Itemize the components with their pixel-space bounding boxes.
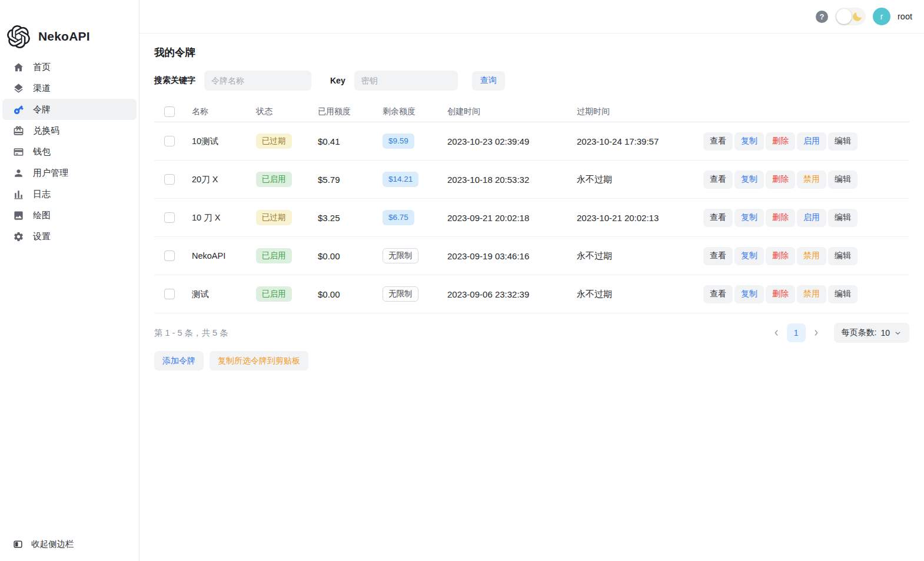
bar-chart-icon (13, 189, 24, 200)
row-checkbox[interactable] (164, 289, 175, 299)
app-title: NekoAPI (38, 29, 90, 44)
brand[interactable]: NekoAPI (0, 0, 139, 56)
next-page-button[interactable] (810, 327, 822, 339)
view-button[interactable]: 查看 (703, 247, 733, 265)
openai-logo-icon (7, 25, 30, 48)
column-header-remain: 剩余额度 (383, 106, 447, 117)
gear-icon (13, 231, 24, 242)
layers-icon (13, 83, 24, 94)
main-area: ? r root 我的令牌 搜索关键字 Key 查询 (139, 0, 924, 561)
sidebar-item-label: 绘图 (33, 210, 51, 221)
key-input[interactable] (354, 71, 458, 91)
delete-button[interactable]: 删除 (766, 285, 795, 303)
expire-time: 永不过期 (577, 174, 703, 185)
row-checkbox[interactable] (164, 251, 175, 261)
help-button[interactable]: ? (816, 11, 828, 23)
table-header: 名称 状态 已用额度 剩余额度 创建时间 过期时间 (154, 102, 909, 122)
table-row: 10 刀 X 已过期 $3.25 $6.75 2023-09-21 20:02:… (154, 199, 909, 237)
toggle-status-button[interactable]: 启用 (797, 132, 826, 151)
edit-button[interactable]: 编辑 (828, 132, 857, 151)
copy-button[interactable]: 复制 (734, 247, 764, 265)
sidebar-item-label: 兑换码 (33, 125, 59, 136)
table-row: NekoAPI 已启用 $0.00 无限制 2023-09-19 03:46:1… (154, 237, 909, 275)
expire-time: 永不过期 (577, 289, 703, 300)
toggle-status-button[interactable]: 禁用 (797, 285, 826, 303)
page-size-select[interactable]: 每页条数: 10 (834, 323, 909, 343)
created-time: 2023-09-19 03:46:16 (447, 251, 577, 261)
table-row: 测试 已启用 $0.00 无限制 2023-09-06 23:32:39 永不过… (154, 275, 909, 313)
prev-page-button[interactable] (770, 327, 782, 339)
theme-toggle[interactable] (835, 8, 866, 25)
token-name: NekoAPI (192, 251, 256, 261)
page-size-label: 每页条数: (842, 328, 877, 338)
copy-button[interactable]: 复制 (734, 171, 764, 189)
row-checkbox[interactable] (164, 212, 175, 223)
sidebar-item-label: 令牌 (33, 104, 51, 115)
edit-button[interactable]: 编辑 (828, 209, 857, 227)
sidebar-item-users[interactable]: 用户管理 (2, 162, 137, 183)
sidebar-item-home[interactable]: 首页 (2, 56, 137, 78)
key-label: Key (330, 76, 345, 85)
delete-button[interactable]: 删除 (766, 132, 795, 151)
created-time: 2023-10-18 20:53:32 (447, 175, 577, 185)
key-icon (11, 102, 26, 118)
edit-button[interactable]: 编辑 (828, 247, 857, 265)
used-quota: $3.25 (318, 213, 383, 223)
created-time: 2023-09-06 23:32:39 (447, 289, 577, 299)
view-button[interactable]: 查看 (703, 209, 733, 227)
collapse-sidebar-button[interactable]: 收起侧边栏 (0, 534, 139, 554)
avatar[interactable]: r (873, 8, 890, 25)
table-row: 10测试 已过期 $0.41 $9.59 2023-10-23 02:39:49… (154, 122, 909, 161)
app-root: NekoAPI 首页 渠道 令牌 兑换码 钱包 (0, 0, 924, 561)
sidebar-item-label: 渠道 (33, 83, 51, 94)
chevron-down-icon (894, 329, 902, 337)
row-checkbox[interactable] (164, 136, 175, 146)
row-checkbox[interactable] (164, 174, 175, 185)
used-quota: $0.00 (318, 251, 383, 261)
row-actions: 查看 复制 删除 启用 编辑 (703, 132, 909, 151)
copy-button[interactable]: 复制 (734, 285, 764, 303)
sidebar-item-drawing[interactable]: 绘图 (2, 205, 137, 226)
query-button[interactable]: 查询 (472, 71, 505, 91)
status-badge: 已启用 (256, 172, 292, 187)
theme-toggle-knob (836, 9, 852, 24)
sidebar-item-redemption[interactable]: 兑换码 (2, 120, 137, 141)
search-bar: 搜索关键字 Key 查询 (154, 71, 909, 91)
sidebar-item-logs[interactable]: 日志 (2, 183, 137, 205)
tokens-page: 我的令牌 搜索关键字 Key 查询 名称 状态 已用额度 剩余额度 创建时间 过… (139, 34, 924, 370)
status-badge: 已过期 (256, 210, 292, 225)
view-button[interactable]: 查看 (703, 171, 733, 189)
remain-quota-badge: 无限制 (383, 286, 418, 302)
used-quota: $5.79 (318, 175, 383, 185)
status-badge: 已过期 (256, 133, 292, 149)
sidebar-item-channels[interactable]: 渠道 (2, 78, 137, 99)
token-name: 10测试 (192, 136, 256, 147)
pagination: 第 1 - 5 条，共 5 条 1 每页条数: 10 (154, 323, 909, 343)
toggle-status-button[interactable]: 禁用 (797, 171, 826, 189)
toggle-status-button[interactable]: 禁用 (797, 247, 826, 265)
add-token-button[interactable]: 添加令牌 (154, 351, 204, 370)
select-all-checkbox[interactable] (164, 106, 175, 117)
delete-button[interactable]: 删除 (766, 247, 795, 265)
sidebar-item-tokens[interactable]: 令牌 (2, 99, 137, 120)
view-button[interactable]: 查看 (703, 132, 733, 151)
copy-button[interactable]: 复制 (734, 209, 764, 227)
copy-button[interactable]: 复制 (734, 132, 764, 151)
page-1-button[interactable]: 1 (787, 323, 806, 342)
table-body: 10测试 已过期 $0.41 $9.59 2023-10-23 02:39:49… (154, 122, 909, 313)
sidebar-item-wallet[interactable]: 钱包 (2, 141, 137, 162)
view-button[interactable]: 查看 (703, 285, 733, 303)
keyword-label: 搜索关键字 (154, 75, 195, 86)
copy-selected-tokens-button[interactable]: 复制所选令牌到剪贴板 (210, 351, 308, 370)
created-time: 2023-10-23 02:39:49 (447, 136, 577, 146)
keyword-input[interactable] (204, 71, 311, 91)
sidebar-item-settings[interactable]: 设置 (2, 226, 137, 247)
status-badge: 已启用 (256, 286, 292, 302)
delete-button[interactable]: 删除 (766, 209, 795, 227)
edit-button[interactable]: 编辑 (828, 171, 857, 189)
delete-button[interactable]: 删除 (766, 171, 795, 189)
token-name: 10 刀 X (192, 212, 256, 223)
toggle-status-button[interactable]: 启用 (797, 209, 826, 227)
remain-quota-badge: $14.21 (383, 172, 418, 187)
edit-button[interactable]: 编辑 (828, 285, 857, 303)
